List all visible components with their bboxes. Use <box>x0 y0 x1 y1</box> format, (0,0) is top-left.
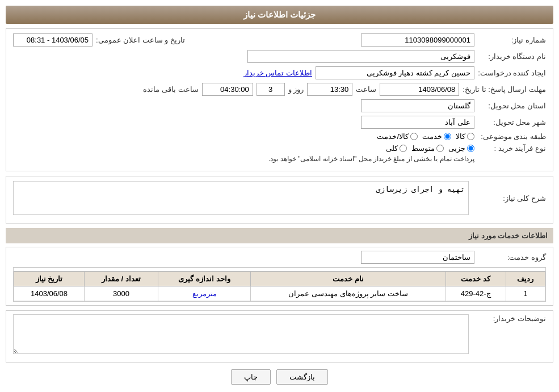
row-nooe: نوع فرآیند خرید : جزیی متوسط کلی <box>13 144 546 163</box>
radio-kala-khedmat-input[interactable] <box>410 133 418 140</box>
button-row: بازگشت چاپ <box>6 369 553 385</box>
mohlat-date: 1403/06/08 <box>380 83 459 96</box>
row-mohlat: مهلت ارسال پاسخ: تا تاریخ: 1403/06/08 سا… <box>13 83 546 96</box>
ostan-label: استان محل تحویل: <box>478 102 546 110</box>
col-radif: ردیف <box>506 272 545 286</box>
tozihat-textarea[interactable] <box>13 314 469 354</box>
mohlat-label: مهلت ارسال پاسخ: تا تاریخ: <box>463 85 546 94</box>
tozihat-label: توضیحات خریدار: <box>472 314 546 323</box>
cell-vahed: مترمربع <box>158 286 251 301</box>
shahr-value: علی آباد <box>361 116 474 129</box>
radio-motavasset: متوسط <box>411 144 444 153</box>
khadamat-section-header: اطلاعات خدمات مورد نیاز <box>6 228 553 243</box>
radio-kala-input[interactable] <box>467 133 474 140</box>
row-tabaqe: طبقه بندی موضوعی: کالا خدمت کالا/خدمت <box>13 132 546 141</box>
cell-radif: 1 <box>506 286 545 301</box>
col-tarikh: تاریخ نیاز <box>14 272 85 286</box>
radio-khedmat-input[interactable] <box>444 133 451 140</box>
khadamat-table-wrapper: ردیف کد خدمت نام خدمت واحد اندازه گیری ت… <box>13 267 546 302</box>
row-naam-dastgah: نام دستگاه خریدار: فوشکریی <box>13 50 546 63</box>
print-button[interactable]: چاپ <box>231 369 271 385</box>
mohlat-rooz-label: روز و <box>288 85 304 94</box>
sharh-textarea[interactable]: تهیه و اجرای زیرسازی <box>13 181 469 215</box>
goroh-value: ساختمان <box>361 251 474 264</box>
row-shomara-tarikh: شماره نیاز: 1103098099000001 تاریخ و ساع… <box>13 33 546 47</box>
ettelaaat-link[interactable]: اطلاعات تماس خریدار <box>243 69 312 77</box>
page-wrapper: جزئیات اطلاعات نیاز شماره نیاز: 11030980… <box>0 0 559 392</box>
radio-jozii-label: جزیی <box>448 144 465 153</box>
khadamat-table: ردیف کد خدمت نام خدمت واحد اندازه گیری ت… <box>14 271 545 301</box>
sharh-label: شرح کلی نیاز: <box>472 194 546 203</box>
eijad-label: ایجاد کننده درخواست: <box>478 69 546 77</box>
page-title: جزئیات اطلاعات نیاز <box>6 6 553 24</box>
sharh-section: AnadTender.net شرح کلی نیاز: تهیه و اجرا… <box>6 176 553 224</box>
goroh-label: گروه خدمت: <box>478 253 546 262</box>
tarikh-value: 1403/06/05 - 08:31 <box>13 33 93 47</box>
tabaqe-label: طبقه بندی موضوعی: <box>478 132 546 141</box>
eijad-value: حسین کریم کشته دهیار فوشکریی <box>316 66 474 79</box>
tozihat-section: توضیحات خریدار: <box>6 310 553 363</box>
goroh-row: گروه خدمت: ساختمان <box>13 251 546 264</box>
mohlat-saat: 13:30 <box>307 83 352 96</box>
col-naam: نام خدمت <box>251 272 446 286</box>
nooe-radio-group: جزیی متوسط کلی <box>268 144 474 153</box>
radio-motavasset-label: متوسط <box>411 144 435 153</box>
radio-kolli-input[interactable] <box>400 145 407 152</box>
table-row: 1ج-42-429ساخت سایر پروژه‌های مهندسی عمرا… <box>14 286 545 301</box>
tabaqe-radio-group: کالا خدمت کالا/خدمت <box>377 132 474 141</box>
sharh-row: شرح کلی نیاز: تهیه و اجرای زیرسازی <box>13 181 546 215</box>
baqi-label: ساعت باقی مانده <box>143 85 198 94</box>
shahr-label: شهر محل تحویل: <box>478 118 546 127</box>
naam-dastgah-label: نام دستگاه خریدار: <box>478 52 546 61</box>
col-kod: کد خدمت <box>445 272 506 286</box>
col-vahed: واحد اندازه گیری <box>158 272 251 286</box>
radio-kala: کالا <box>456 132 474 141</box>
baqi-value: 04:30:00 <box>202 83 253 96</box>
tarikh-label: تاریخ و ساعت اعلان عمومی: <box>96 36 185 44</box>
radio-jozii-input[interactable] <box>467 145 474 152</box>
radio-kolli: کلی <box>386 144 407 153</box>
row-eijad: ایجاد کننده درخواست: حسین کریم کشته دهیا… <box>13 66 546 79</box>
radio-kolli-label: کلی <box>386 144 398 153</box>
radio-kala-label: کالا <box>456 132 465 141</box>
row-ostan: استان محل تحویل: گلستان <box>13 99 546 112</box>
back-button[interactable]: بازگشت <box>276 369 328 385</box>
tozihat-row: توضیحات خریدار: <box>13 314 546 354</box>
nooe-label: نوع فرآیند خرید : <box>478 144 546 153</box>
radio-khedmat-label: خدمت <box>422 132 442 141</box>
shomara-niaz-label: شماره نیاز: <box>478 36 546 44</box>
table-header-row: ردیف کد خدمت نام خدمت واحد اندازه گیری ت… <box>14 272 545 286</box>
cell-naam: ساخت سایر پروژه‌های مهندسی عمران <box>251 286 446 301</box>
main-info-section: شماره نیاز: 1103098099000001 تاریخ و ساع… <box>6 28 553 171</box>
cell-kod: ج-42-429 <box>445 286 506 301</box>
goroh-section: گروه خدمت: ساختمان ردیف کد خدمت نام خدمت… <box>6 247 553 306</box>
radio-jozii: جزیی <box>448 144 474 153</box>
table-head: ردیف کد خدمت نام خدمت واحد اندازه گیری ت… <box>14 272 545 286</box>
shomara-niaz-value: 1103098099000001 <box>361 33 474 47</box>
radio-kala-khedmat: کالا/خدمت <box>377 132 418 141</box>
mohlat-saat-label: ساعت <box>356 85 376 94</box>
nooe-note: پرداخت تمام یا بخشی از مبلغ خریداز محل "… <box>268 155 474 163</box>
radio-kala-khedmat-label: کالا/خدمت <box>377 132 409 141</box>
radio-motavasset-input[interactable] <box>436 145 444 152</box>
naam-dastgah-value: فوشکریی <box>247 50 474 63</box>
cell-tedad: 3000 <box>85 286 158 301</box>
cell-tarikh: 1403/06/08 <box>14 286 85 301</box>
table-body: 1ج-42-429ساخت سایر پروژه‌های مهندسی عمرا… <box>14 286 545 301</box>
radio-khedmat: خدمت <box>422 132 451 141</box>
col-tedad: تعداد / مقدار <box>85 272 158 286</box>
ostan-value: گلستان <box>361 99 474 112</box>
mohlat-rooz: 3 <box>257 83 285 96</box>
row-shahr: شهر محل تحویل: علی آباد <box>13 116 546 129</box>
